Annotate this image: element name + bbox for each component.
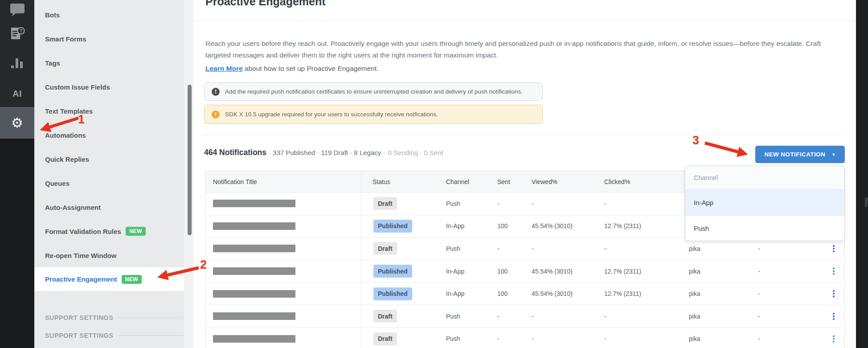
channel-cell: Push	[446, 305, 497, 328]
chevron-down-icon: ▼	[831, 152, 835, 157]
row-actions-cell	[823, 282, 844, 305]
viewed-cell: 45.54% (3010)	[532, 282, 604, 305]
title-placeholder-bar	[213, 267, 295, 275]
col-viewed[interactable]: Viewed%	[532, 171, 604, 192]
sidebar-item-custom-issue-fields[interactable]: Custom Issue Fields	[34, 75, 184, 99]
notification-title-cell[interactable]	[206, 305, 361, 328]
section-rule	[118, 317, 183, 318]
status-cell: Draft	[361, 305, 446, 328]
reports-icon[interactable]	[0, 55, 34, 70]
dash-cell: -	[758, 260, 823, 282]
dropdown-option-in-app[interactable]: In-App	[685, 190, 844, 216]
settings-icon: ⚙	[11, 116, 23, 130]
channel-dropdown: Channel In-App Push	[685, 166, 845, 241]
notification-title-cell[interactable]	[206, 215, 361, 237]
new-badge: NEW	[122, 275, 142, 284]
sidebar-item-text-templates[interactable]: Text Templates	[34, 99, 184, 123]
sidebar-scrollbar-thumb[interactable]	[188, 85, 192, 235]
new-badge: NEW	[126, 227, 146, 236]
sidebar-item-reopen-time-window[interactable]: Re-open Time Window	[34, 243, 184, 267]
col-clicked[interactable]: Clicked%	[604, 171, 689, 192]
col-status[interactable]: Status	[361, 171, 446, 192]
sidebar-item-queues[interactable]: Queues	[34, 171, 184, 195]
section-rule	[118, 335, 183, 336]
kebab-menu-icon[interactable]	[831, 334, 836, 344]
table-row[interactable]: DraftPush---pika-	[206, 305, 844, 328]
col-channel[interactable]: Channel	[446, 171, 497, 192]
channel-cell: Push	[446, 328, 497, 348]
col-sent[interactable]: Sent	[497, 171, 532, 192]
sent-cell: -	[497, 192, 532, 215]
sidebar-item-tags[interactable]: Tags	[34, 51, 184, 75]
clicked-cell: -	[604, 237, 689, 260]
sidebar-item-quick-replies[interactable]: Quick Replies	[34, 147, 184, 171]
owner-cell: pika	[689, 328, 758, 348]
status-badge: Published	[373, 265, 412, 278]
col-notification-title[interactable]: Notification Title	[206, 171, 361, 192]
alert-icon: !	[212, 88, 220, 96]
sidebar-scrollbar-track[interactable]	[184, 0, 193, 348]
table-row[interactable]: DraftPush---pika-	[206, 328, 844, 348]
rail-lower-shade	[0, 139, 34, 348]
sent-cell: 100	[497, 260, 532, 282]
sidebar-section-support-settings-1: SUPPORT SETTINGS	[34, 309, 184, 327]
sent-cell: 100	[497, 215, 532, 237]
sidebar-item-proactive-engagement[interactable]: Proactive Engagement NEW	[34, 267, 187, 291]
dash-cell: -	[758, 305, 823, 328]
viewed-cell: -	[532, 237, 604, 260]
viewed-cell: -	[532, 328, 604, 348]
title-divider	[193, 20, 856, 20]
notifications-breakdown: 337 Published · 119 Draft · 8 Legacy	[273, 149, 381, 156]
status-badge: Published	[373, 220, 412, 233]
sent-cell: -	[497, 305, 532, 328]
learn-more-link[interactable]: Learn More	[205, 65, 243, 72]
table-row[interactable]: PublishedIn-App10045.54% (3010)12.7% (23…	[206, 260, 844, 283]
notification-title-cell[interactable]	[206, 237, 361, 260]
sidebar-item-automations[interactable]: Automations	[34, 123, 184, 147]
title-placeholder-bar	[213, 290, 295, 298]
ai-nav-item[interactable]: AI	[0, 86, 34, 101]
title-placeholder-bar	[213, 222, 295, 230]
sent-cell: -	[497, 237, 532, 260]
app-screen: ? AI ⚙ Bots Smart Forms Tags Custom Issu…	[0, 0, 868, 348]
clicked-cell: 12.7% (2311)	[604, 260, 689, 282]
viewed-cell: -	[532, 192, 604, 215]
page-title: Proactive Engagement	[205, 0, 326, 8]
sidebar-item-smart-forms[interactable]: Smart Forms	[34, 27, 184, 51]
table-row[interactable]: PublishedIn-App10045.54% (3010)12.7% (23…	[206, 282, 844, 305]
dash-cell: -	[758, 328, 823, 348]
row-actions-cell	[823, 305, 844, 328]
dark-panel-scrollbar-thumb[interactable]	[865, 197, 868, 207]
sdk-upgrade-banner: ! SDK X 10.5 upgrade required for your u…	[204, 105, 543, 124]
kebab-menu-icon[interactable]	[831, 266, 836, 277]
owner-cell: pika	[689, 282, 758, 305]
title-placeholder-bar	[213, 335, 295, 343]
new-notification-button[interactable]: NEW NOTIFICATION ▼	[755, 146, 845, 163]
clicked-cell: -	[604, 305, 689, 328]
kebab-menu-icon[interactable]	[831, 243, 836, 254]
sidebar-item-auto-assignment[interactable]: Auto-Assignment	[34, 195, 184, 219]
notifications-total: 464 Notifications	[204, 148, 266, 157]
status-cell: Published	[361, 282, 446, 305]
chat-icon[interactable]	[0, 1, 34, 20]
clicked-cell: -	[604, 192, 689, 215]
notification-title-cell[interactable]	[206, 192, 361, 215]
dropdown-option-push[interactable]: Push	[685, 216, 844, 241]
channel-cell: Push	[446, 237, 497, 260]
faq-icon[interactable]: ?	[0, 26, 34, 42]
settings-nav-active[interactable]: ⚙	[0, 107, 34, 139]
clicked-cell: 12.7% (2311)	[604, 215, 689, 237]
kebab-menu-icon[interactable]	[831, 311, 836, 322]
clicked-cell: 12.7% (2311)	[604, 282, 689, 305]
viewed-cell: 45.54% (3010)	[532, 215, 604, 237]
ai-label: AI	[12, 89, 22, 99]
status-badge: Draft	[373, 197, 397, 210]
notification-title-cell[interactable]	[206, 260, 361, 282]
notification-title-cell[interactable]	[206, 282, 361, 305]
warning-icon: !	[212, 111, 220, 119]
sidebar-item-format-validation-rules[interactable]: Format Validation Rules NEW	[34, 219, 184, 243]
kebab-menu-icon[interactable]	[831, 288, 836, 299]
channel-cell: Push	[446, 192, 497, 215]
sidebar-item-bots[interactable]: Bots	[34, 3, 184, 27]
notification-title-cell[interactable]	[206, 328, 361, 348]
